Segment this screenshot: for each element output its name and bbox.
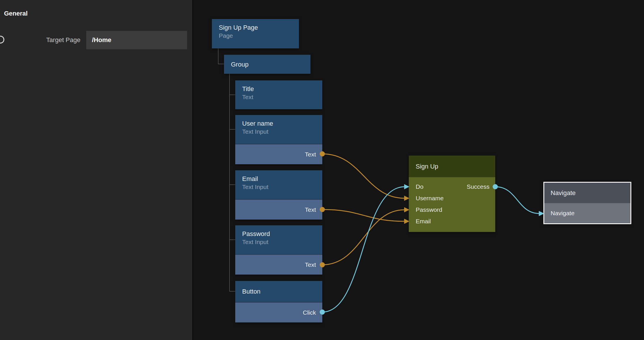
node-title: Title (242, 85, 322, 93)
output-port-label: Text (305, 261, 316, 268)
output-port-row-text[interactable]: Text (235, 199, 322, 220)
inspector-panel: General Target Page (0, 0, 193, 340)
node-type-label: Text Input (242, 238, 322, 246)
node-title: Email (242, 175, 322, 183)
input-port-label-email: Email (416, 216, 431, 227)
node-navigate-action[interactable]: Navigate Navigate (543, 182, 631, 224)
port-row-email[interactable]: Email (409, 216, 495, 227)
wire-password-text-to-password[interactable] (322, 210, 405, 265)
wire-username-text-to-username[interactable] (322, 154, 405, 198)
node-title: Button (235, 281, 322, 302)
node-email-input[interactable]: Email Text Input Text (235, 170, 322, 220)
node-signup-action[interactable]: Sign Up Do Success Username Password Ema… (409, 156, 495, 232)
output-port-row-text[interactable]: Text (235, 254, 322, 275)
input-port-label-password: Password (416, 204, 442, 216)
target-page-label: Target Page (0, 36, 80, 44)
node-title: Password (242, 230, 322, 238)
node-type-label: Text (242, 93, 322, 101)
node-username-input[interactable]: User name Text Input Text (235, 115, 322, 164)
node-title: User name (242, 119, 322, 128)
node-title-text[interactable]: Title Text (235, 80, 322, 109)
port-row-password[interactable]: Password (409, 204, 495, 216)
node-type-label: Text Input (242, 128, 322, 135)
wire-success-to-navigate[interactable] (495, 187, 539, 214)
node-signup-page[interactable]: Sign Up Page Page (212, 19, 299, 48)
node-body: Do Success Username Password Email (409, 177, 495, 232)
node-type-label: Text Input (242, 183, 322, 191)
node-button[interactable]: Button Click (235, 281, 322, 322)
node-title: Sign Up Page (219, 23, 299, 32)
node-title: Group (224, 55, 310, 74)
output-port-label: Click (303, 309, 316, 316)
node-title: Sign Up (409, 156, 495, 177)
port-row-username[interactable]: Username (409, 192, 495, 204)
node-header: Sign Up Page Page (212, 19, 299, 39)
output-port-label-success: Success (467, 181, 489, 192)
node-header: Email Text Input (235, 170, 322, 191)
target-page-field-row: Target Page (0, 31, 193, 49)
node-password-input[interactable]: Password Text Input Text (235, 225, 322, 275)
input-port-label-do: Do (416, 181, 423, 192)
output-port-row-click[interactable]: Click (235, 302, 322, 322)
wire-click-to-do[interactable] (322, 187, 405, 312)
node-title: Navigate (544, 183, 630, 203)
output-port-row-text[interactable]: Text (235, 144, 322, 164)
input-port-label-username: Username (416, 192, 444, 204)
section-title-general: General (4, 10, 28, 17)
target-page-input[interactable] (86, 31, 187, 49)
node-header: Password Text Input (235, 225, 322, 246)
port-row-do-success[interactable]: Do Success (409, 181, 495, 192)
output-port-label: Text (305, 151, 316, 158)
action-row-label: Navigate (551, 210, 575, 217)
node-header: Title Text (235, 80, 322, 101)
node-header: User name Text Input (235, 115, 322, 135)
action-row-navigate[interactable]: Navigate (544, 203, 630, 223)
node-group[interactable]: Group (224, 55, 310, 74)
output-port-label: Text (305, 206, 316, 213)
tree-connector-line (218, 48, 224, 64)
node-type-label: Page (219, 32, 299, 39)
wire-email-text-to-email[interactable] (322, 209, 405, 221)
